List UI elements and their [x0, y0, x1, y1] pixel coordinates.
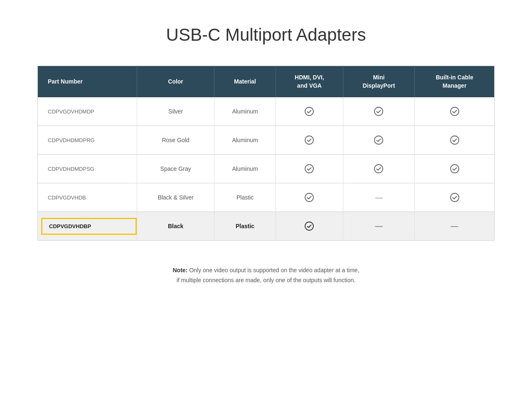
- cell-color: Silver: [137, 97, 214, 126]
- cell-hdmi: [276, 155, 343, 183]
- note-line-1: Note: Only one video output is supported…: [37, 266, 495, 276]
- table-row: CDPVGDVHDMDP Silver Aluminum: [38, 97, 495, 126]
- svg-point-1: [374, 107, 383, 116]
- svg-point-7: [374, 165, 383, 173]
- header-color: Color: [137, 66, 214, 98]
- note-line-2: if multiple connections are made, only o…: [37, 276, 495, 286]
- svg-point-5: [451, 136, 459, 144]
- page-container: USB-C Multiport Adapters Part Number Col…: [37, 25, 495, 286]
- cell-color: Rose Gold: [137, 126, 214, 155]
- product-table: Part Number Color Material HDMI, DVI,and…: [37, 66, 495, 241]
- cell-mini-dp: [343, 126, 414, 155]
- cell-mini-dp: [343, 97, 414, 126]
- svg-point-4: [374, 136, 383, 144]
- table-row: CDPVDHDMDPRG Rose Gold Aluminum: [38, 126, 495, 155]
- cell-material: Aluminum: [214, 126, 276, 155]
- table-row: CDPVDHDMDPSG Space Gray Aluminum: [38, 155, 495, 183]
- cell-cable-mgr: —: [415, 212, 495, 241]
- cell-mini-dp: —: [343, 183, 414, 212]
- cell-color: Black: [137, 212, 214, 241]
- svg-point-11: [305, 222, 313, 230]
- cell-cable-mgr: [415, 126, 495, 155]
- page-title: USB-C Multiport Adapters: [37, 25, 495, 45]
- cell-cable-mgr: [415, 97, 495, 126]
- cell-cable-mgr: [415, 183, 495, 212]
- cell-part-number: CDPVDHDMDPRG: [38, 126, 137, 155]
- header-material: Material: [214, 66, 276, 98]
- cell-part-number: CDPVDHDMDPSG: [38, 155, 137, 183]
- note-bold-label: Note:: [172, 267, 187, 273]
- table-row: CDPVGDVHDBP Black Plastic — —: [38, 212, 495, 241]
- dash-icon: —: [375, 193, 382, 202]
- svg-point-0: [305, 107, 313, 116]
- cell-material: Plastic: [214, 212, 276, 241]
- header-cable-mgr: Built-in CableManager: [415, 66, 495, 98]
- svg-point-9: [305, 193, 313, 202]
- cell-hdmi: [276, 183, 343, 212]
- note-section: Note: Only one video output is supported…: [37, 266, 495, 286]
- svg-point-2: [451, 107, 459, 116]
- cell-material: Aluminum: [214, 97, 276, 126]
- dash-icon: —: [451, 222, 458, 230]
- highlighted-part-number: CDPVGDVHDBP: [41, 218, 137, 235]
- svg-point-8: [451, 165, 459, 173]
- cell-part-number: CDPVGDVHDBP: [38, 212, 137, 241]
- header-part-number: Part Number: [38, 66, 137, 98]
- svg-point-10: [451, 193, 459, 202]
- cell-color: Space Gray: [137, 155, 214, 183]
- dash-icon: —: [375, 222, 382, 230]
- cell-hdmi: [276, 212, 343, 241]
- svg-point-3: [305, 136, 313, 144]
- table-body: CDPVGDVHDMDP Silver Aluminum CDPVDHDMDPR…: [38, 97, 495, 241]
- cell-hdmi: [276, 126, 343, 155]
- note-text: Only one video output is supported on th…: [187, 267, 359, 273]
- cell-mini-dp: [343, 155, 414, 183]
- cell-part-number: CDPVGDVHDB: [38, 183, 137, 212]
- header-mini-dp: MiniDisplayPort: [343, 66, 414, 98]
- cell-part-number: CDPVGDVHDMDP: [38, 97, 137, 126]
- table-row: CDPVGDVHDB Black & Silver Plastic —: [38, 183, 495, 212]
- header-hdmi: HDMI, DVI,and VGA: [276, 66, 343, 98]
- svg-point-6: [305, 165, 313, 173]
- cell-color: Black & Silver: [137, 183, 214, 212]
- cell-material: Aluminum: [214, 155, 276, 183]
- table-header-row: Part Number Color Material HDMI, DVI,and…: [38, 66, 495, 98]
- cell-hdmi: [276, 97, 343, 126]
- cell-mini-dp: —: [343, 212, 414, 241]
- cell-cable-mgr: [415, 155, 495, 183]
- cell-material: Plastic: [214, 183, 276, 212]
